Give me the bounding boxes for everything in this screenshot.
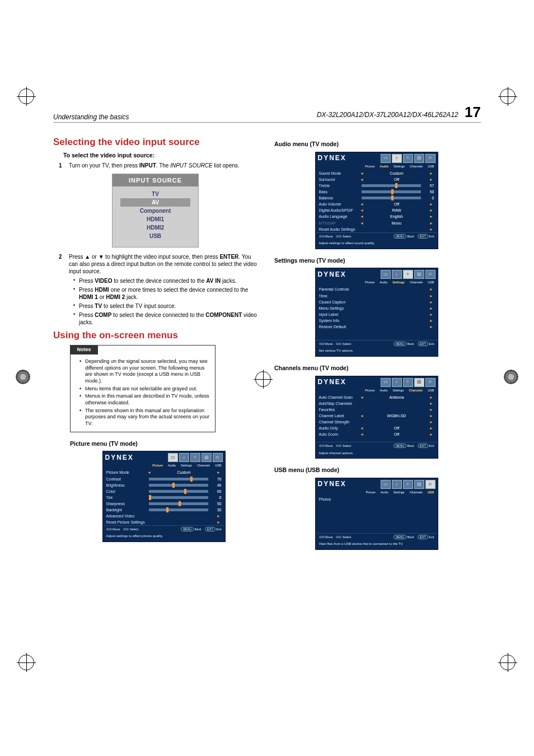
tab-label-audio: Audio	[380, 389, 387, 393]
right-arrow-icon: ►	[429, 227, 434, 232]
osd-hint: Adjust channel options.	[316, 450, 438, 459]
tab-channels-icon: ▤	[414, 480, 424, 489]
tab-audio-icon: ♪	[179, 453, 189, 462]
slider-track	[362, 197, 421, 199]
tab-label-audio: Audio	[381, 491, 388, 494]
osd-row: Digital Audio/SPDIF◄RAW►	[316, 207, 438, 213]
osd-row-value: Off	[365, 202, 429, 207]
osd-row: Audio Only◄Off►	[316, 425, 438, 431]
note-4: The screens shown in this manual are for…	[79, 408, 212, 427]
left-column: Selecting the video input source To sele…	[53, 133, 257, 553]
center-reg-mark-icon	[254, 370, 273, 389]
osd-row-num: 50	[210, 501, 222, 506]
slider-knob-icon	[184, 489, 186, 494]
right-arrow-icon: ►	[429, 221, 434, 226]
osd-row-value: Off	[365, 432, 429, 437]
tab-channels-icon: ▤	[414, 270, 424, 279]
tab-usb-icon: ⎚	[425, 378, 435, 387]
section-select-input: Selecting the video input source	[53, 136, 257, 148]
right-arrow-icon: ►	[429, 407, 434, 412]
osd-row-label: Sound Mode	[319, 171, 359, 176]
right-arrow-icon: ►	[429, 318, 434, 323]
slider-knob-icon	[172, 483, 175, 488]
settings-caption: Settings menu (TV mode)	[274, 257, 479, 265]
input-source-title: INPUT SOURCE	[113, 174, 198, 186]
osd-row-label: Advanced Video	[106, 514, 147, 519]
tab-label-usb: USB	[428, 165, 434, 169]
input-source-item: Component	[113, 207, 198, 215]
left-arrow-icon: ◄	[359, 171, 365, 176]
osd-row-label: Sharpness	[106, 501, 147, 506]
tab-audio-icon: ♪	[392, 378, 402, 387]
osd-row-label: Favorites	[319, 407, 359, 412]
picture-caption: Picture menu (TV mode)	[70, 440, 257, 448]
osd-row-label: Reset Audio Settings	[319, 227, 359, 232]
input-source-item: AV	[120, 198, 190, 207]
right-arrow-icon: ►	[429, 324, 434, 329]
osd-row-label: Surround	[319, 177, 359, 182]
osd-row-label: MTS/SAP	[319, 221, 359, 226]
osd-row: Input Label►	[316, 311, 438, 318]
osd-row: MTS/SAP◄Mono►	[316, 220, 438, 226]
osd-row-num: 70	[210, 477, 222, 482]
osd-row-value: Mono	[365, 221, 429, 226]
target-icon	[16, 370, 30, 384]
notes-header: Notes	[70, 346, 98, 354]
osd-row-num: 30	[210, 507, 222, 512]
tab-label-picture: Picture	[365, 389, 374, 393]
right-arrow-icon: ►	[216, 514, 222, 519]
osd-row-value: Custom	[152, 470, 216, 475]
osd-row-label: Reset Picture Settings	[106, 520, 147, 525]
right-arrow-icon: ►	[429, 300, 434, 305]
slider-knob-icon	[149, 495, 151, 500]
osd-row: Auto Volume◄Off►	[316, 201, 438, 207]
osd-row: Parental Controls►	[316, 286, 438, 292]
osd-row-num: 0	[423, 195, 434, 200]
left-arrow-icon: ◄	[359, 395, 365, 400]
tab-audio-icon: ♪	[392, 270, 402, 279]
tab-channels-icon: ▤	[414, 378, 424, 387]
right-column: Audio menu (TV mode) DYNEX▭♪✧▤⎚PictureAu…	[274, 133, 479, 553]
slider-track	[149, 496, 208, 499]
page-number: 17	[465, 104, 481, 120]
osd-row: Advanced Video►	[103, 513, 225, 519]
tab-label-picture: Picture	[365, 165, 374, 169]
reg-mark-icon	[17, 87, 36, 106]
tab-channels-icon: ▤	[202, 453, 212, 462]
bullet-tv: Press TV to select the TV input source.	[73, 302, 257, 310]
usb-caption: USB menu (USB mode)	[274, 466, 479, 474]
reg-mark-icon	[498, 87, 517, 106]
tab-usb-icon: ⎚	[213, 453, 223, 462]
osd-row: Menu Settings►	[316, 305, 438, 311]
osd-row-label: Audio Language	[319, 214, 359, 219]
osd-row-num: 0	[210, 495, 222, 500]
osd-row-num: 40	[210, 483, 222, 488]
osd-row-label: Input Label	[319, 312, 359, 317]
osd-row: Add/Skip Channels►	[316, 400, 438, 407]
input-source-item: USB	[113, 232, 198, 240]
osd-settings: DYNEX▭♪✧▤⎚PictureAudioSettingsChannelsUS…	[315, 268, 438, 357]
slider-track	[362, 184, 421, 187]
osd-row-label: Balance	[319, 195, 359, 200]
osd-row-label: Brightness	[106, 483, 147, 488]
osd-row: Auto Zoom◄Off►	[316, 431, 438, 437]
osd-row: Tint0	[103, 494, 225, 501]
osd-row-num: 57	[423, 183, 434, 188]
tab-label-settings: Settings	[392, 281, 405, 284]
osd-row: Treble57	[316, 183, 438, 189]
right-arrow-icon: ►	[429, 419, 434, 424]
notes-box: Notes Depending on the signal source sel…	[70, 345, 216, 432]
osd-row-label: Backlight	[106, 507, 147, 512]
tab-label-picture: Picture	[365, 281, 374, 284]
slider-knob-icon	[395, 183, 397, 188]
input-source-item: HDMI2	[113, 223, 198, 232]
osd-picture: DYNEX▭♪✧▤⎚PictureAudioSettingsChannelsUS…	[102, 451, 226, 542]
osd-row: System Info►	[316, 318, 438, 324]
left-arrow-icon: ◄	[359, 432, 365, 437]
slider-track	[149, 502, 208, 505]
channels-caption: Channels menu (TV mode)	[274, 365, 479, 372]
tab-settings-icon: ✧	[403, 480, 413, 489]
osd-row-value: RAW	[365, 208, 429, 213]
osd-row: Channel Label◄WGBH-SD►	[316, 413, 438, 419]
reg-mark-icon	[17, 653, 36, 672]
